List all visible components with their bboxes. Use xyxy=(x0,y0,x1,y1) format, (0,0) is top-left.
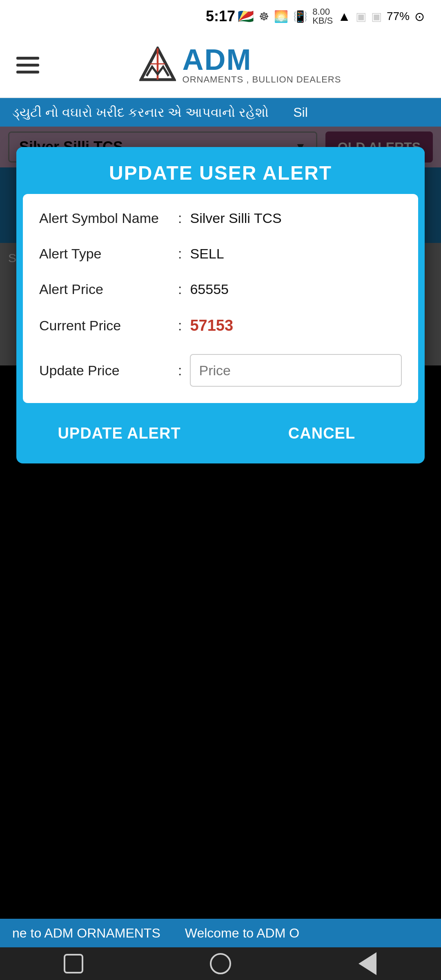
colon-1: : xyxy=(178,210,182,226)
alert-type-row: Alert Type : SELL xyxy=(39,246,402,262)
modal-header: UPDATE USER ALERT xyxy=(16,147,425,194)
nav-home-button[interactable] xyxy=(206,949,235,978)
alert-type-value: SELL xyxy=(190,246,224,262)
logo-icon xyxy=(139,47,176,83)
wifi-icon: ▲ xyxy=(338,9,351,24)
sim2-icon: ▣ xyxy=(371,10,382,23)
signal-icon: ☸ xyxy=(259,10,269,23)
current-price-value: 57153 xyxy=(190,317,233,334)
battery-icon: ⊙ xyxy=(414,9,425,24)
current-price-label: Current Price xyxy=(39,318,170,334)
bottom-ticker-text-left: ne to ADM ORNAMENTS xyxy=(0,926,173,941)
logo-text: ADM ORNAMENTS , BULLION DEALERS xyxy=(183,45,341,85)
alert-symbol-value: Silver Silli TCS xyxy=(190,210,281,226)
sim1-icon: ▣ xyxy=(356,10,366,23)
status-time: 5:17 xyxy=(206,8,235,25)
logo-area: ADM ORNAMENTS , BULLION DEALERS xyxy=(56,45,425,85)
update-price-row: Update Price : xyxy=(39,354,402,387)
update-alert-modal: UPDATE USER ALERT Alert Symbol Name : Si… xyxy=(16,147,425,463)
nav-back-button[interactable] xyxy=(353,949,382,978)
colon-2: : xyxy=(178,246,182,262)
alert-price-row: Alert Price : 65555 xyxy=(39,281,402,297)
status-bar: 5:17 🇸🇨 ☸ 🌅 📳 8.00KB/S ▲ ▣ ▣ 77% ⊙ xyxy=(0,0,441,33)
hamburger-menu[interactable] xyxy=(16,57,39,74)
status-icons: 🇸🇨 ☸ 🌅 📳 8.00KB/S ▲ ▣ ▣ 77% ⊙ xyxy=(238,7,425,25)
update-price-label: Update Price xyxy=(39,363,170,379)
nav-back-icon xyxy=(359,952,376,975)
bottom-ticker-text-right: Welcome to ADM O xyxy=(173,926,312,941)
ticker-text-right: Sil xyxy=(281,105,320,120)
logo-adm-text: ADM xyxy=(183,45,341,74)
kb-indicator: 8.00KB/S xyxy=(312,7,333,25)
battery-percent: 77% xyxy=(387,10,410,23)
alert-symbol-row: Alert Symbol Name : Silver Silli TCS xyxy=(39,210,402,226)
update-alert-button[interactable]: UPDATE ALERT xyxy=(23,413,216,454)
alert-price-label: Alert Price xyxy=(39,281,170,297)
ticker-bar: ડ્યુટી નો વઘારો ખરીદ કરનાર એ આપવાનો રહેશ… xyxy=(0,98,441,127)
nav-square-button[interactable] xyxy=(59,949,88,978)
colon-4: : xyxy=(178,318,182,334)
alert-symbol-label: Alert Symbol Name xyxy=(39,210,170,226)
modal-title: UPDATE USER ALERT xyxy=(109,162,332,184)
update-price-input[interactable] xyxy=(190,354,402,387)
header: ADM ORNAMENTS , BULLION DEALERS xyxy=(0,33,441,98)
nav-circle-icon xyxy=(210,953,231,974)
current-price-row: Current Price : 57153 xyxy=(39,317,402,334)
modal-footer: UPDATE ALERT CANCEL xyxy=(16,403,425,463)
vibrate-icon: 📳 xyxy=(293,10,307,23)
alert-price-value: 65555 xyxy=(190,281,229,297)
logo-subtitle: ORNAMENTS , BULLION DEALERS xyxy=(183,74,341,85)
ticker-text: ડ્યુટી નો વઘારો ખરીદ કરનાર એ આપવાનો રહેશ… xyxy=(0,105,281,120)
colon-5: : xyxy=(178,363,182,379)
flag-icons: 🇸🇨 xyxy=(238,9,254,24)
colon-3: : xyxy=(178,281,182,297)
bottom-ticker: ne to ADM ORNAMENTS Welcome to ADM O xyxy=(0,919,441,947)
nav-square-icon xyxy=(64,954,83,973)
alert-type-label: Alert Type xyxy=(39,246,170,262)
cancel-button[interactable]: CANCEL xyxy=(225,413,418,454)
nav-bar xyxy=(0,947,441,980)
modal-body: Alert Symbol Name : Silver Silli TCS Ale… xyxy=(23,194,418,403)
star-icon: 🌅 xyxy=(274,10,288,23)
page: 5:17 🇸🇨 ☸ 🌅 📳 8.00KB/S ▲ ▣ ▣ 77% ⊙ xyxy=(0,0,441,980)
